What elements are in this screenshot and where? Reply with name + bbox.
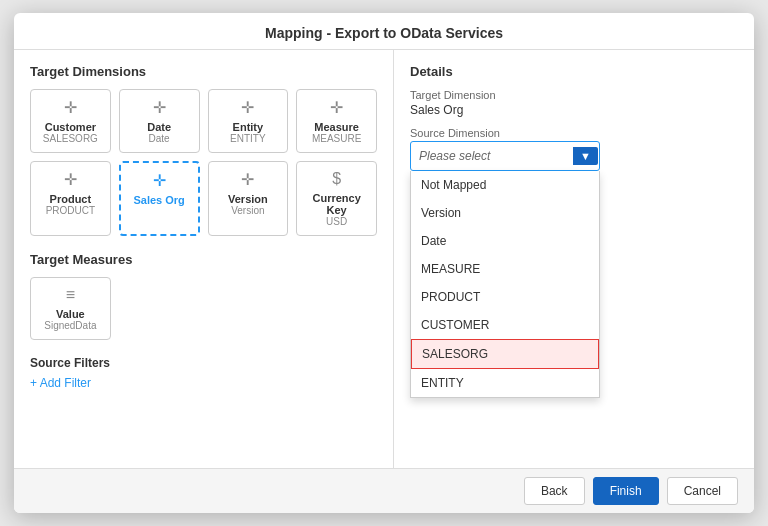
measure-icon-value: ≡ — [37, 286, 104, 304]
dim-name-customer: Customer — [37, 121, 104, 133]
measure-name-value: Value — [37, 308, 104, 320]
dropdown-option-product[interactable]: PRODUCT — [411, 283, 599, 311]
dim-card-salesorg[interactable]: ✛ Sales Org — [119, 161, 200, 236]
dim-card-version[interactable]: ✛ Version Version — [208, 161, 289, 236]
dim-sub-measure: MEASURE — [303, 133, 370, 144]
details-title: Details — [410, 64, 738, 79]
finish-button[interactable]: Finish — [593, 477, 659, 505]
dim-sub-currencykey: USD — [303, 216, 370, 227]
dim-icon-date: ✛ — [126, 98, 193, 117]
dim-sub-customer: SALESORG — [37, 133, 104, 144]
dim-card-measure[interactable]: ✛ Measure MEASURE — [296, 89, 377, 153]
dim-name-salesorg: Sales Org — [127, 194, 192, 206]
dim-icon-customer: ✛ — [37, 98, 104, 117]
modal-title: Mapping - Export to OData Services — [265, 25, 503, 41]
dim-name-version: Version — [215, 193, 282, 205]
measures-grid: ≡ Value SignedData — [30, 277, 377, 340]
modal-body: Target Dimensions ✛ Customer SALESORG ✛ … — [14, 50, 754, 468]
add-filter-button[interactable]: + Add Filter — [30, 376, 377, 390]
dim-name-currencykey: Currency Key — [303, 192, 370, 216]
target-dimension-value: Sales Org — [410, 103, 738, 117]
dim-sub-date: Date — [126, 133, 193, 144]
dropdown-option-not-mapped[interactable]: Not Mapped — [411, 171, 599, 199]
measure-card-value[interactable]: ≡ Value SignedData — [30, 277, 111, 340]
dim-card-product[interactable]: ✛ Product PRODUCT — [30, 161, 111, 236]
dim-icon-currencykey: $ — [303, 170, 370, 188]
dim-icon-measure: ✛ — [303, 98, 370, 117]
dropdown-option-salesorg[interactable]: SALESORG — [411, 339, 599, 369]
dim-name-product: Product — [37, 193, 104, 205]
dropdown-option-entity[interactable]: ENTITY — [411, 369, 599, 397]
target-dimension-label: Target Dimension — [410, 89, 738, 101]
left-panel: Target Dimensions ✛ Customer SALESORG ✛ … — [14, 50, 394, 468]
dim-card-entity[interactable]: ✛ Entity ENTITY — [208, 89, 289, 153]
dropdown-trigger[interactable]: Please select ▼ — [410, 141, 600, 171]
dim-card-customer[interactable]: ✛ Customer SALESORG — [30, 89, 111, 153]
source-dimension-dropdown[interactable]: Please select ▼ Not MappedVersionDateMEA… — [410, 141, 600, 171]
dropdown-chevron-button[interactable]: ▼ — [573, 147, 598, 165]
dropdown-placeholder: Please select — [419, 149, 490, 163]
dim-icon-entity: ✛ — [215, 98, 282, 117]
modal-footer: Back Finish Cancel — [14, 468, 754, 513]
dim-icon-salesorg: ✛ — [127, 171, 192, 190]
cancel-button[interactable]: Cancel — [667, 477, 738, 505]
dim-name-date: Date — [126, 121, 193, 133]
target-measures-label: Target Measures — [30, 252, 377, 267]
dropdown-option-customer[interactable]: CUSTOMER — [411, 311, 599, 339]
back-button[interactable]: Back — [524, 477, 585, 505]
dim-sub-version: Version — [215, 205, 282, 216]
dropdown-option-version[interactable]: Version — [411, 199, 599, 227]
measure-sub-value: SignedData — [37, 320, 104, 331]
modal-header: Mapping - Export to OData Services — [14, 13, 754, 50]
dim-name-measure: Measure — [303, 121, 370, 133]
dimension-grid: ✛ Customer SALESORG ✛ Date Date ✛ Entity… — [30, 89, 377, 236]
dim-card-date[interactable]: ✛ Date Date — [119, 89, 200, 153]
source-filters-label: Source Filters — [30, 356, 377, 370]
dim-sub-product: PRODUCT — [37, 205, 104, 216]
dropdown-menu: Not MappedVersionDateMEASUREPRODUCTCUSTO… — [410, 171, 600, 398]
dropdown-option-measure[interactable]: MEASURE — [411, 255, 599, 283]
source-dimension-label: Source Dimension — [410, 127, 738, 139]
right-panel: Details Target Dimension Sales Org Sourc… — [394, 50, 754, 468]
dim-icon-version: ✛ — [215, 170, 282, 189]
dim-card-currencykey[interactable]: $ Currency Key USD — [296, 161, 377, 236]
dim-sub-entity: ENTITY — [215, 133, 282, 144]
dim-name-entity: Entity — [215, 121, 282, 133]
modal-container: Mapping - Export to OData Services Targe… — [14, 13, 754, 513]
dropdown-option-date[interactable]: Date — [411, 227, 599, 255]
dim-icon-product: ✛ — [37, 170, 104, 189]
target-dimensions-label: Target Dimensions — [30, 64, 377, 79]
